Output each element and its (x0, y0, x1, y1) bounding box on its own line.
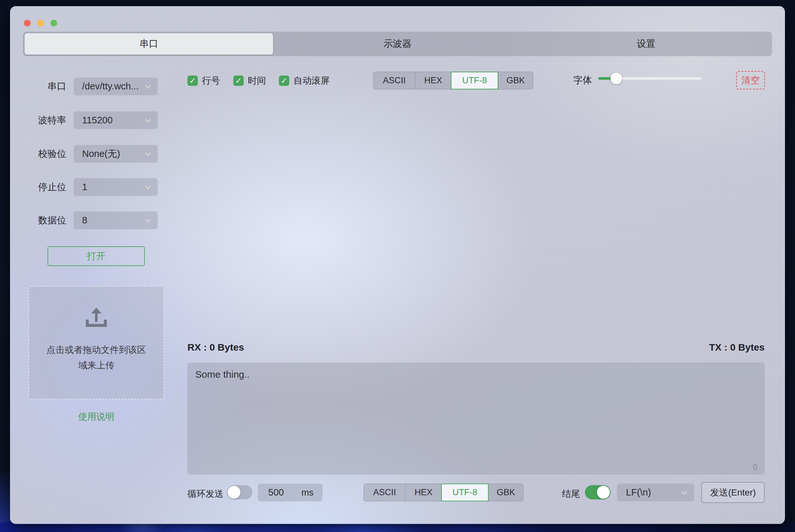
stopbits-label: 停止位 (21, 181, 66, 194)
tab-oscilloscope[interactable]: 示波器 (273, 33, 522, 55)
toggle-knob (228, 486, 240, 499)
databits-select[interactable]: 8 (74, 211, 158, 229)
open-port-button[interactable]: 打开 (48, 246, 145, 266)
baudrate-label: 波特率 (21, 114, 66, 127)
font-size-label: 字体 (573, 74, 592, 87)
checkbox-checked-icon[interactable]: ✓ (279, 76, 289, 86)
port-label: 串口 (21, 80, 66, 93)
line-ending-select[interactable]: LF(\n) (617, 483, 694, 501)
timestamp-checkbox-label: 时间 (248, 75, 266, 87)
parity-row: 校验位 None(无) (21, 145, 158, 163)
minimize-icon[interactable] (37, 20, 44, 26)
upload-hint-line2: 域来上传 (38, 358, 155, 373)
line-ending-value: LF(\n) (617, 487, 651, 498)
send-input-placeholder: Some thing.. (195, 369, 250, 380)
stopbits-select[interactable]: 1 (74, 178, 158, 196)
close-icon[interactable] (24, 20, 31, 26)
send-encoding-segmented: ASCII HEX UTF-8 GBK (364, 483, 524, 501)
segment-utf8-selected[interactable]: UTF-8 (451, 72, 498, 90)
desktop: 串口 示波器 设置 串口 /dev/tty.wch... 波特率 115200 … (0, 0, 795, 532)
loop-send-toggle[interactable] (227, 485, 252, 499)
segment-ascii[interactable]: ASCII (374, 72, 415, 89)
tx-byte-counter: TX : 0 Bytes (709, 342, 765, 353)
chevron-down-icon (145, 150, 150, 156)
autoscroll-checkbox-label: 自动滚屏 (293, 75, 330, 87)
main-tab-bar: 串口 示波器 设置 (23, 32, 772, 56)
clear-button[interactable]: 清空 (736, 71, 765, 90)
chevron-down-icon (145, 83, 150, 89)
port-value: /dev/tty.wch... (74, 81, 139, 92)
chevron-down-icon (681, 489, 687, 495)
stopbits-value: 1 (74, 182, 87, 192)
chevron-down-icon (145, 216, 150, 223)
segment-gbk[interactable]: GBK (498, 72, 533, 89)
baudrate-value: 115200 (74, 115, 113, 126)
parity-select[interactable]: None(无) (74, 145, 158, 163)
interval-input[interactable]: 500 ms (258, 483, 323, 501)
baudrate-row: 波特率 115200 (21, 111, 158, 129)
parity-value: None(无) (74, 148, 120, 160)
rx-byte-counter: RX : 0 Bytes (187, 342, 244, 353)
line-ending-toggle[interactable] (585, 485, 611, 499)
interval-value: 500 (258, 487, 284, 498)
toggle-knob (597, 486, 610, 499)
checkbox-checked-icon[interactable]: ✓ (187, 76, 198, 86)
stopbits-row: 停止位 1 (21, 178, 158, 196)
segment-utf8-selected[interactable]: UTF-8 (441, 483, 489, 501)
chevron-down-icon (145, 183, 150, 189)
zoom-icon[interactable] (50, 20, 57, 26)
file-upload-dropzone[interactable]: 点击或者拖动文件到该区 域来上传 (29, 286, 164, 399)
chevron-down-icon (145, 116, 150, 122)
loop-send-label: 循环发送 (187, 488, 224, 500)
upload-icon (84, 307, 108, 328)
upload-hint-line1: 点击或者拖动文件到该区 (38, 342, 155, 358)
linenumber-checkbox-label: 行号 (202, 75, 220, 87)
segment-hex[interactable]: HEX (405, 484, 441, 501)
line-ending-label: 结尾 (562, 488, 580, 500)
parity-label: 校验位 (21, 148, 66, 160)
slider-thumb[interactable] (611, 73, 622, 84)
autoscroll-checkbox-group[interactable]: ✓ 自动滚屏 (279, 75, 330, 87)
serial-tool-window: 串口 示波器 设置 串口 /dev/tty.wch... 波特率 115200 … (10, 6, 785, 524)
tab-serial[interactable]: 串口 (24, 33, 273, 55)
linenumber-checkbox-group[interactable]: ✓ 行号 (187, 75, 220, 87)
receive-encoding-segmented: ASCII HEX UTF-8 GBK (373, 72, 533, 90)
tab-settings[interactable]: 设置 (522, 33, 771, 55)
databits-value: 8 (74, 215, 87, 226)
segment-ascii[interactable]: ASCII (364, 484, 405, 501)
send-button[interactable]: 发送(Enter) (701, 482, 765, 503)
usage-help-link[interactable]: 使用说明 (29, 411, 164, 423)
char-count: 0 (753, 462, 758, 472)
databits-label: 数据位 (21, 214, 66, 227)
databits-row: 数据位 8 (21, 211, 158, 229)
interval-unit: ms (302, 488, 313, 498)
port-row: 串口 /dev/tty.wch... (21, 77, 158, 95)
port-select[interactable]: /dev/tty.wch... (74, 77, 158, 95)
checkbox-checked-icon[interactable]: ✓ (233, 76, 244, 86)
upload-hint-text: 点击或者拖动文件到该区 域来上传 (38, 342, 155, 373)
segment-hex[interactable]: HEX (415, 72, 451, 89)
baudrate-select[interactable]: 115200 (74, 111, 158, 129)
segment-gbk[interactable]: GBK (488, 484, 523, 501)
send-input[interactable]: Some thing.. 0 (187, 362, 765, 475)
timestamp-checkbox-group[interactable]: ✓ 时间 (233, 75, 266, 87)
